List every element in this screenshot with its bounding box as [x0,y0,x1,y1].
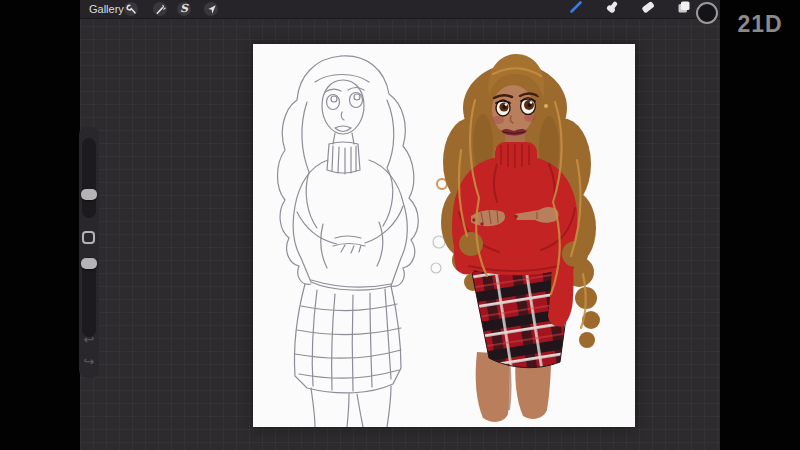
eraser-button[interactable] [640,1,656,17]
eraser-icon [640,0,656,19]
actions-button[interactable] [124,2,138,16]
app-window: Gallery S [0,0,800,450]
sidebar-controls: ↩ ↪ [79,127,99,378]
selection-button[interactable]: S [177,2,191,16]
colored-figure [441,54,600,422]
layers-icon [676,0,692,19]
redo-button[interactable]: ↪ [79,353,99,371]
adjustments-button[interactable] [153,2,167,16]
orange-ring-doodle [437,179,447,189]
right-letterbox-bar [720,0,800,450]
opacity-slider[interactable] [82,257,96,337]
top-toolbar: Gallery S [80,0,720,19]
gallery-button[interactable]: Gallery [89,0,124,18]
finger-icon [604,0,620,19]
smudge-button[interactable] [604,1,620,17]
brush-size-slider[interactable] [82,138,96,218]
brush-size-handle[interactable] [81,189,97,200]
color-swatch-button[interactable] [696,2,718,24]
drawing-canvas[interactable] [253,44,635,427]
watermark-logo: 21D [720,11,800,38]
left-letterbox-bar [0,0,80,450]
opacity-handle[interactable] [81,258,97,269]
modify-button[interactable] [82,231,95,244]
layers-button[interactable] [676,1,692,17]
canvas-artwork[interactable] [253,44,635,427]
sketch-figure [278,56,446,427]
arrow-cursor-icon [206,4,217,15]
magic-wand-icon [155,4,166,15]
s-curve-icon: S [180,2,188,16]
wrench-icon [126,4,137,15]
undo-button[interactable]: ↩ [79,331,99,349]
brush-icon [568,0,584,19]
paint-brush-button[interactable] [568,1,584,17]
transform-button[interactable] [204,2,218,16]
